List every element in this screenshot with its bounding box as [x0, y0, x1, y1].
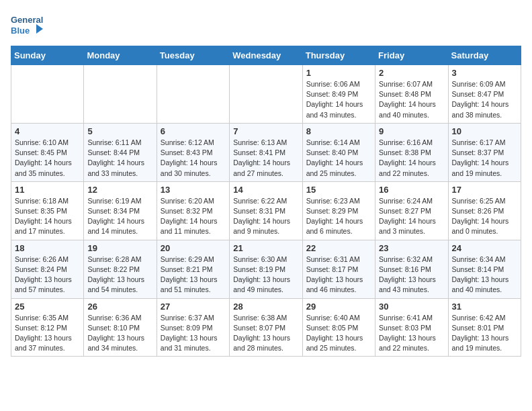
calendar-cell: 23Sunrise: 6:32 AM Sunset: 8:16 PM Dayli… — [375, 240, 448, 298]
day-info: Sunrise: 6:12 AM Sunset: 8:43 PM Dayligh… — [161, 138, 226, 179]
day-info: Sunrise: 6:07 AM Sunset: 8:48 PM Dayligh… — [379, 79, 444, 120]
weekday-header-saturday: Saturday — [448, 46, 521, 65]
day-info: Sunrise: 6:31 AM Sunset: 8:17 PM Dayligh… — [306, 255, 371, 295]
calendar-cell: 15Sunrise: 6:23 AM Sunset: 8:29 PM Dayli… — [302, 181, 375, 240]
day-info: Sunrise: 6:09 AM Sunset: 8:47 PM Dayligh… — [452, 79, 517, 120]
calendar-cell: 11Sunrise: 6:18 AM Sunset: 8:35 PM Dayli… — [11, 181, 84, 240]
calendar-cell: 20Sunrise: 6:29 AM Sunset: 8:21 PM Dayli… — [157, 240, 229, 298]
day-info: Sunrise: 6:22 AM Sunset: 8:31 PM Dayligh… — [233, 196, 298, 237]
day-number: 26 — [87, 302, 152, 312]
day-number: 12 — [87, 185, 152, 195]
calendar-cell: 7Sunrise: 6:13 AM Sunset: 8:41 PM Daylig… — [230, 123, 302, 181]
day-info: Sunrise: 6:17 AM Sunset: 8:37 PM Dayligh… — [452, 138, 517, 179]
day-number: 3 — [452, 68, 517, 78]
calendar-cell: 6Sunrise: 6:12 AM Sunset: 8:43 PM Daylig… — [157, 123, 229, 181]
calendar-cell — [84, 65, 157, 124]
day-number: 7 — [233, 126, 298, 136]
day-number: 24 — [452, 243, 517, 253]
day-info: Sunrise: 6:24 AM Sunset: 8:27 PM Dayligh… — [379, 196, 444, 237]
calendar-table: SundayMondayTuesdayWednesdayThursdayFrid… — [11, 46, 521, 357]
day-number: 2 — [379, 68, 444, 78]
day-info: Sunrise: 6:13 AM Sunset: 8:41 PM Dayligh… — [233, 138, 298, 179]
calendar-cell: 21Sunrise: 6:30 AM Sunset: 8:19 PM Dayli… — [230, 240, 302, 298]
day-info: Sunrise: 6:20 AM Sunset: 8:32 PM Dayligh… — [161, 196, 226, 237]
day-number: 29 — [306, 302, 371, 312]
day-info: Sunrise: 6:18 AM Sunset: 8:35 PM Dayligh… — [15, 196, 80, 237]
day-info: Sunrise: 6:32 AM Sunset: 8:16 PM Dayligh… — [379, 255, 444, 295]
calendar-cell — [157, 65, 229, 124]
day-info: Sunrise: 6:38 AM Sunset: 8:07 PM Dayligh… — [233, 313, 298, 354]
day-info: Sunrise: 6:41 AM Sunset: 8:03 PM Dayligh… — [379, 313, 444, 354]
day-info: Sunrise: 6:26 AM Sunset: 8:24 PM Dayligh… — [15, 255, 80, 295]
calendar-cell: 19Sunrise: 6:28 AM Sunset: 8:22 PM Dayli… — [84, 240, 157, 298]
weekday-header-monday: Monday — [84, 46, 157, 65]
calendar-week-4: 18Sunrise: 6:26 AM Sunset: 8:24 PM Dayli… — [11, 240, 521, 298]
day-info: Sunrise: 6:40 AM Sunset: 8:05 PM Dayligh… — [306, 313, 371, 354]
day-number: 25 — [15, 302, 80, 312]
day-info: Sunrise: 6:25 AM Sunset: 8:26 PM Dayligh… — [452, 196, 517, 237]
calendar-cell: 31Sunrise: 6:42 AM Sunset: 8:01 PM Dayli… — [448, 298, 521, 357]
calendar-cell: 30Sunrise: 6:41 AM Sunset: 8:03 PM Dayli… — [375, 298, 448, 357]
day-info: Sunrise: 6:42 AM Sunset: 8:01 PM Dayligh… — [452, 313, 517, 354]
calendar-cell: 22Sunrise: 6:31 AM Sunset: 8:17 PM Dayli… — [302, 240, 375, 298]
day-info: Sunrise: 6:36 AM Sunset: 8:10 PM Dayligh… — [87, 313, 152, 354]
calendar-week-2: 4Sunrise: 6:10 AM Sunset: 8:45 PM Daylig… — [11, 123, 521, 181]
weekday-header-tuesday: Tuesday — [157, 46, 229, 65]
calendar-cell: 28Sunrise: 6:38 AM Sunset: 8:07 PM Dayli… — [230, 298, 302, 357]
calendar-cell: 17Sunrise: 6:25 AM Sunset: 8:26 PM Dayli… — [448, 181, 521, 240]
calendar-cell: 9Sunrise: 6:16 AM Sunset: 8:38 PM Daylig… — [375, 123, 448, 181]
day-number: 8 — [306, 126, 371, 136]
day-number: 23 — [379, 243, 444, 253]
calendar-cell: 2Sunrise: 6:07 AM Sunset: 8:48 PM Daylig… — [375, 65, 448, 124]
svg-marker-2 — [36, 24, 43, 34]
calendar-cell: 4Sunrise: 6:10 AM Sunset: 8:45 PM Daylig… — [11, 123, 84, 181]
day-number: 1 — [306, 68, 371, 78]
day-info: Sunrise: 6:16 AM Sunset: 8:38 PM Dayligh… — [379, 138, 444, 179]
day-number: 19 — [87, 243, 152, 253]
calendar-week-3: 11Sunrise: 6:18 AM Sunset: 8:35 PM Dayli… — [11, 181, 521, 240]
day-number: 30 — [379, 302, 444, 312]
calendar-cell — [230, 65, 302, 124]
calendar-cell: 24Sunrise: 6:34 AM Sunset: 8:14 PM Dayli… — [448, 240, 521, 298]
calendar-cell: 3Sunrise: 6:09 AM Sunset: 8:47 PM Daylig… — [448, 65, 521, 124]
weekday-header-friday: Friday — [375, 46, 448, 65]
day-info: Sunrise: 6:37 AM Sunset: 8:09 PM Dayligh… — [161, 313, 226, 354]
day-info: Sunrise: 6:14 AM Sunset: 8:40 PM Dayligh… — [306, 138, 371, 179]
calendar-cell: 27Sunrise: 6:37 AM Sunset: 8:09 PM Dayli… — [157, 298, 229, 357]
day-number: 11 — [15, 185, 80, 195]
day-number: 18 — [15, 243, 80, 253]
logo-icon: GeneralBlue — [11, 11, 44, 40]
calendar-cell: 1Sunrise: 6:06 AM Sunset: 8:49 PM Daylig… — [302, 65, 375, 124]
calendar-cell: 10Sunrise: 6:17 AM Sunset: 8:37 PM Dayli… — [448, 123, 521, 181]
svg-text:Blue: Blue — [11, 26, 30, 36]
calendar-cell: 29Sunrise: 6:40 AM Sunset: 8:05 PM Dayli… — [302, 298, 375, 357]
calendar-cell: 8Sunrise: 6:14 AM Sunset: 8:40 PM Daylig… — [302, 123, 375, 181]
day-number: 31 — [452, 302, 517, 312]
calendar-cell: 18Sunrise: 6:26 AM Sunset: 8:24 PM Dayli… — [11, 240, 84, 298]
calendar-week-1: 1Sunrise: 6:06 AM Sunset: 8:49 PM Daylig… — [11, 65, 521, 124]
day-number: 10 — [452, 126, 517, 136]
day-number: 14 — [233, 185, 298, 195]
day-number: 4 — [15, 126, 80, 136]
calendar-cell: 26Sunrise: 6:36 AM Sunset: 8:10 PM Dayli… — [84, 298, 157, 357]
calendar-cell — [11, 65, 84, 124]
day-info: Sunrise: 6:28 AM Sunset: 8:22 PM Dayligh… — [87, 255, 152, 295]
day-info: Sunrise: 6:06 AM Sunset: 8:49 PM Dayligh… — [306, 79, 371, 120]
logo: GeneralBlue — [11, 11, 44, 40]
weekday-header-thursday: Thursday — [302, 46, 375, 65]
page-header: GeneralBlue — [11, 11, 521, 40]
day-number: 15 — [306, 185, 371, 195]
calendar-cell: 25Sunrise: 6:35 AM Sunset: 8:12 PM Dayli… — [11, 298, 84, 357]
day-info: Sunrise: 6:11 AM Sunset: 8:44 PM Dayligh… — [87, 138, 152, 179]
day-number: 9 — [379, 126, 444, 136]
day-info: Sunrise: 6:35 AM Sunset: 8:12 PM Dayligh… — [15, 313, 80, 354]
day-info: Sunrise: 6:10 AM Sunset: 8:45 PM Dayligh… — [15, 138, 80, 179]
day-info: Sunrise: 6:29 AM Sunset: 8:21 PM Dayligh… — [161, 255, 226, 295]
calendar-cell: 5Sunrise: 6:11 AM Sunset: 8:44 PM Daylig… — [84, 123, 157, 181]
day-info: Sunrise: 6:30 AM Sunset: 8:19 PM Dayligh… — [233, 255, 298, 295]
calendar-week-5: 25Sunrise: 6:35 AM Sunset: 8:12 PM Dayli… — [11, 298, 521, 357]
day-number: 21 — [233, 243, 298, 253]
day-number: 16 — [379, 185, 444, 195]
calendar-cell: 12Sunrise: 6:19 AM Sunset: 8:34 PM Dayli… — [84, 181, 157, 240]
weekday-header-wednesday: Wednesday — [230, 46, 302, 65]
